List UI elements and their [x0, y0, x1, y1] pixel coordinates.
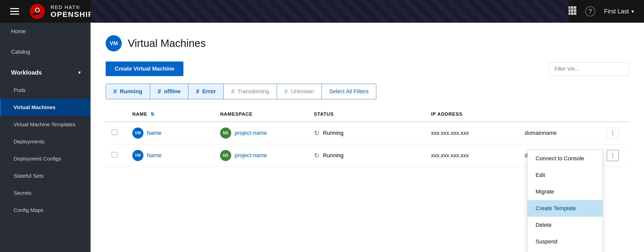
filter-tab-transitioning[interactable]: # Transitioning: [224, 84, 277, 99]
sidebar-item-catalog[interactable]: Catalog: [0, 43, 91, 61]
row1-actions-cell: ⋮: [601, 122, 629, 144]
workloads-caret-icon: ▾: [78, 70, 80, 75]
sidebar-divider-2: [0, 62, 91, 62]
dropdown-menu: Connect to Console Edit Migrate Create T…: [527, 150, 603, 252]
top-navigation: RED HAT® OPENSHIFT ? First Last ▾: [0, 0, 644, 23]
row1-status-icon: ↻: [314, 129, 319, 137]
row1-namespace-cell: NS project-name: [214, 122, 308, 144]
svg-rect-7: [574, 9, 576, 12]
sidebar-item-virtual-machines[interactable]: Virtual Machines: [0, 99, 91, 116]
table-row: VM Name NS project-name: [106, 144, 629, 167]
dropdown-item-delete[interactable]: Delete: [528, 217, 602, 233]
svg-rect-6: [571, 9, 573, 12]
row2-actions-cell: ⋮ Connect to Console Edit Migrate Create…: [601, 144, 629, 167]
create-virtual-machine-button[interactable]: Create Virtual Machine: [106, 61, 183, 76]
svg-rect-4: [574, 6, 576, 9]
dropdown-item-connect-console[interactable]: Connect to Console: [528, 150, 602, 167]
filter-tab-error[interactable]: # Error: [188, 84, 224, 99]
redhat-logo-icon: [29, 3, 46, 20]
dropdown-item-reboot[interactable]: Reboot: [528, 250, 602, 252]
row1-ip-cell: xxx.xxx.xxx.xxx: [425, 122, 519, 144]
svg-rect-10: [574, 12, 576, 15]
row1-checkbox[interactable]: [112, 130, 117, 135]
col-header-actions: [601, 107, 629, 122]
col-header-namespace: NAMESPACE: [214, 107, 308, 122]
row2-ip-cell: xxx.xxx.xxx.xxx: [425, 144, 519, 167]
row2-checkbox-cell: [106, 144, 126, 167]
sidebar-item-secrets[interactable]: Secrets: [0, 184, 91, 202]
row1-status-text: Running: [323, 130, 344, 136]
sidebar-item-deployment-configs[interactable]: Deployment Configs: [0, 150, 91, 167]
col-header-check: [106, 107, 126, 122]
sidebar-item-home[interactable]: Home: [0, 23, 91, 40]
sidebar-item-config-maps[interactable]: Config Maps: [0, 202, 91, 219]
sidebar-item-virtual-machines-label: Virtual Machines: [14, 104, 56, 110]
row2-checkbox[interactable]: [112, 152, 117, 158]
filter-tab-unknown[interactable]: # Unknown: [277, 84, 322, 99]
offline-label: offline: [164, 88, 181, 95]
sidebar-item-virtual-machine-templates-label: Virtual Machine Templates: [14, 121, 75, 128]
sidebar-item-home-label: Home: [11, 28, 26, 35]
sidebar: Home Catalog Workloads ▾ Pods Virtual Ma…: [0, 23, 91, 252]
error-label: Error: [202, 88, 216, 95]
table-header: NAME ⇅ NAMESPACE STATUS IP ADDRESS: [106, 107, 629, 122]
row2-actions-button[interactable]: ⋮: [607, 150, 619, 161]
filter-tabs: # Running # offline # Error # Transition…: [106, 84, 376, 99]
toolbar: Create Virtual Machine: [106, 61, 629, 76]
error-hash: #: [196, 88, 199, 95]
row2-name-link[interactable]: Name: [147, 152, 162, 159]
row1-namespace-link[interactable]: project-name: [235, 130, 267, 136]
dropdown-item-suspend[interactable]: Suspend: [528, 233, 602, 250]
row1-dropdown-wrapper: ⋮: [607, 128, 623, 139]
row1-name-link[interactable]: Name: [147, 130, 162, 136]
sidebar-item-stateful-sets-label: Stateful Sets: [14, 173, 44, 179]
row2-ns-badge: NS: [220, 150, 231, 161]
main-layout: Home Catalog Workloads ▾ Pods Virtual Ma…: [0, 23, 644, 252]
sidebar-item-workloads-label: Workloads: [11, 69, 42, 76]
sidebar-item-catalog-label: Catalog: [11, 49, 30, 55]
sidebar-item-workloads[interactable]: Workloads ▾: [0, 64, 91, 82]
main-content: VM Virtual Machines Create Virtual Machi…: [91, 23, 644, 252]
dropdown-item-edit[interactable]: Edit: [528, 167, 602, 183]
col-header-domain: [519, 107, 601, 122]
hamburger-menu[interactable]: [10, 8, 19, 15]
table-body: VM Name NS project-name: [106, 122, 629, 167]
filter-tab-running[interactable]: # Running: [106, 84, 150, 99]
page-title: Virtual Machines: [128, 37, 206, 49]
row1-domain-cell: domainname: [519, 122, 601, 144]
svg-rect-3: [571, 6, 573, 9]
row2-namespace-link[interactable]: project-name: [235, 152, 267, 159]
sidebar-item-virtual-machine-templates[interactable]: Virtual Machine Templates: [0, 116, 91, 133]
row2-status-text: Running: [323, 152, 344, 159]
dropdown-item-create-template[interactable]: Create Template: [528, 200, 602, 217]
sidebar-item-secrets-label: Secrets: [14, 190, 31, 196]
topnav-right: ? First Last ▾: [567, 6, 634, 17]
col-header-name[interactable]: NAME ⇅: [126, 107, 214, 122]
row2-name-cell: VM Name: [126, 144, 214, 167]
vm-badge-text: VM: [110, 40, 118, 47]
filter-input[interactable]: [548, 62, 629, 76]
dropdown-item-migrate[interactable]: Migrate: [528, 183, 602, 200]
running-hash: #: [113, 88, 117, 95]
transitioning-hash: #: [231, 88, 234, 95]
select-all-filters-button[interactable]: Select All Filters: [322, 84, 376, 99]
offline-hash: #: [158, 88, 161, 95]
row2-namespace-cell: NS project-name: [214, 144, 308, 167]
row2-status-icon: ↻: [314, 152, 319, 160]
grid-icon[interactable]: [567, 6, 576, 17]
sidebar-item-deployments[interactable]: Deployments: [0, 133, 91, 150]
sidebar-item-pods[interactable]: Pods: [0, 82, 91, 99]
row1-ns-badge: NS: [220, 128, 231, 139]
row1-actions-button[interactable]: ⋮: [607, 128, 619, 139]
user-menu[interactable]: First Last ▾: [604, 8, 634, 15]
sidebar-divider: [0, 42, 91, 42]
filter-tab-offline[interactable]: # offline: [150, 84, 188, 99]
col-header-ip: IP ADDRESS: [425, 107, 519, 122]
row2-dropdown-wrapper: ⋮ Connect to Console Edit Migrate Create…: [607, 150, 623, 161]
sidebar-item-stateful-sets[interactable]: Stateful Sets: [0, 167, 91, 184]
help-icon[interactable]: ?: [585, 6, 595, 16]
col-header-status: STATUS: [308, 107, 425, 122]
row1-checkbox-cell: [106, 122, 126, 144]
user-label: First Last: [604, 8, 629, 15]
sort-icon: ⇅: [150, 111, 154, 117]
